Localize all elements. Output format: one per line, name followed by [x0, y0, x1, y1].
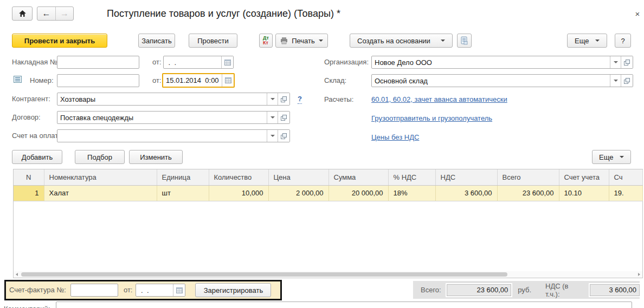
cell-n[interactable]: 1 — [14, 185, 44, 201]
contract-input[interactable] — [57, 112, 267, 123]
organization-open-button[interactable] — [621, 56, 633, 68]
counterparty-combo[interactable] — [57, 93, 290, 106]
payment-account-dropdown-button[interactable] — [267, 130, 278, 142]
counterparty-help-link[interactable]: ? — [298, 95, 302, 104]
print-button[interactable]: Печать — [275, 34, 328, 48]
more-label: Еще — [575, 37, 589, 45]
cell-quantity[interactable]: 10,000 — [209, 185, 268, 201]
more-button[interactable]: Еще — [567, 34, 607, 48]
number-field[interactable] — [57, 74, 139, 87]
document-date-input[interactable] — [163, 74, 222, 87]
calendar-picker-button[interactable] — [221, 56, 233, 68]
column-header-vat-rate[interactable]: % НДС — [388, 169, 435, 185]
forward-button[interactable]: → — [55, 7, 73, 20]
chevron-down-icon — [595, 40, 600, 42]
save-button[interactable]: Записать — [138, 34, 175, 48]
calendar-picker-button[interactable] — [173, 284, 185, 296]
warehouse-input[interactable] — [372, 75, 610, 87]
column-header-vat-account[interactable]: Сч — [609, 169, 642, 185]
counterparty-dropdown-button[interactable] — [267, 93, 278, 105]
close-button[interactable]: × — [633, 9, 642, 18]
column-header-unit[interactable]: Единица — [157, 169, 209, 185]
chevron-down-icon — [271, 98, 275, 100]
comment-input[interactable] — [56, 302, 632, 308]
number-input[interactable] — [57, 75, 139, 87]
column-header-total[interactable]: Всего — [497, 169, 559, 185]
horizontal-scrollbar[interactable] — [14, 271, 642, 278]
payment-account-input[interactable] — [57, 130, 267, 142]
cell-vat-rate[interactable]: 18% — [388, 185, 435, 201]
comment-field[interactable] — [56, 302, 632, 308]
edit-row-button[interactable]: Изменить — [129, 150, 183, 164]
vat-amount-value: 3 600,00 — [609, 286, 636, 294]
column-header-amount[interactable]: Сумма — [329, 169, 388, 185]
scroll-right-button[interactable] — [636, 273, 642, 276]
cell-amount[interactable]: 20 000,00 — [329, 185, 388, 201]
organization-combo[interactable] — [371, 56, 633, 69]
cell-nomenclature[interactable]: Халат — [44, 185, 157, 201]
invoice-register-panel: Счет-фактура №: от: Зарегистрировать — [4, 280, 282, 300]
invoice-reg-date-input[interactable] — [136, 284, 173, 296]
scrollbar-thumb[interactable] — [21, 272, 507, 277]
organization-input[interactable] — [372, 56, 610, 68]
counterparty-open-button[interactable] — [278, 93, 289, 105]
invoice-number-field[interactable] — [70, 284, 118, 297]
counterparty-input[interactable] — [57, 93, 267, 105]
document-date-field[interactable] — [162, 73, 235, 88]
invoice-date-field[interactable] — [163, 56, 234, 69]
items-more-button[interactable]: Еще — [592, 150, 631, 164]
calendar-icon — [225, 77, 231, 83]
warehouse-open-button[interactable] — [621, 75, 633, 87]
scroll-left-button[interactable] — [14, 273, 20, 276]
column-header-price[interactable]: Цена — [268, 169, 329, 185]
contract-dropdown-button[interactable] — [267, 112, 278, 123]
invoice-reg-date-field[interactable] — [136, 284, 185, 297]
consignor-consignee-link[interactable]: Грузоотправитель и грузополучатель — [371, 112, 492, 125]
pick-items-button[interactable]: Подбор — [75, 150, 125, 164]
settlements-accounts-link[interactable]: 60.01, 60.02, зачет аванса автоматически — [371, 93, 507, 106]
home-button[interactable] — [12, 6, 33, 21]
edit-row-label: Изменить — [140, 153, 172, 161]
post-button[interactable]: Провести — [189, 34, 237, 48]
prices-without-vat-link[interactable]: Цены без НДС — [371, 131, 419, 144]
contract-open-button[interactable] — [278, 112, 289, 123]
total-amount-field: 23 600,00 — [447, 284, 512, 296]
invoice-number-input[interactable] — [71, 284, 118, 296]
create-based-on-button[interactable]: Создать на основании — [350, 34, 453, 48]
column-header-account[interactable]: Счет учета — [559, 169, 609, 185]
open-icon — [624, 60, 630, 65]
organization-dropdown-button[interactable] — [610, 56, 621, 68]
document-report-button[interactable] — [457, 34, 472, 48]
organization-label: Организация: — [324, 56, 369, 69]
contract-combo[interactable] — [57, 111, 290, 124]
invoice-date-input[interactable] — [164, 56, 221, 68]
register-invoice-button[interactable]: Зарегистрировать — [195, 283, 271, 297]
cell-total[interactable]: 23 600,00 — [497, 185, 559, 201]
column-header-n[interactable]: N — [14, 169, 44, 185]
payment-account-combo[interactable] — [57, 129, 290, 142]
back-button[interactable]: ← — [37, 7, 55, 20]
cell-vat-account[interactable]: 19. — [609, 185, 642, 201]
save-label: Записать — [141, 37, 172, 45]
calendar-picker-button[interactable] — [222, 74, 234, 87]
help-button[interactable]: ? — [615, 34, 631, 48]
chevron-down-icon — [614, 80, 618, 82]
page-title: Поступление товаров и услуг (создание) (… — [107, 8, 340, 19]
cell-unit[interactable]: шт — [157, 185, 209, 201]
column-header-vat[interactable]: НДС — [435, 169, 497, 185]
cell-account[interactable]: 10.10 — [559, 185, 609, 201]
column-header-quantity[interactable]: Количество — [209, 169, 268, 185]
table-row[interactable]: 1 Халат шт 10,000 2 000,00 20 000,00 18%… — [14, 185, 642, 201]
cell-price[interactable]: 2 000,00 — [268, 185, 329, 201]
dtkt-postings-button[interactable]: ДтКт — [259, 34, 273, 48]
invoice-no-input[interactable] — [57, 56, 139, 68]
cell-vat[interactable]: 3 600,00 — [435, 185, 497, 201]
warehouse-combo[interactable] — [371, 74, 633, 87]
post-and-close-button[interactable]: Провести и закрыть — [12, 34, 107, 48]
payment-account-open-button[interactable] — [278, 130, 289, 142]
warehouse-dropdown-button[interactable] — [610, 75, 621, 87]
column-header-nomenclature[interactable]: Номенклатура — [44, 169, 157, 185]
invoice-no-field[interactable] — [57, 56, 139, 69]
add-row-button[interactable]: Добавить — [12, 150, 62, 164]
counterparty-label: Контрагент: — [12, 93, 50, 106]
